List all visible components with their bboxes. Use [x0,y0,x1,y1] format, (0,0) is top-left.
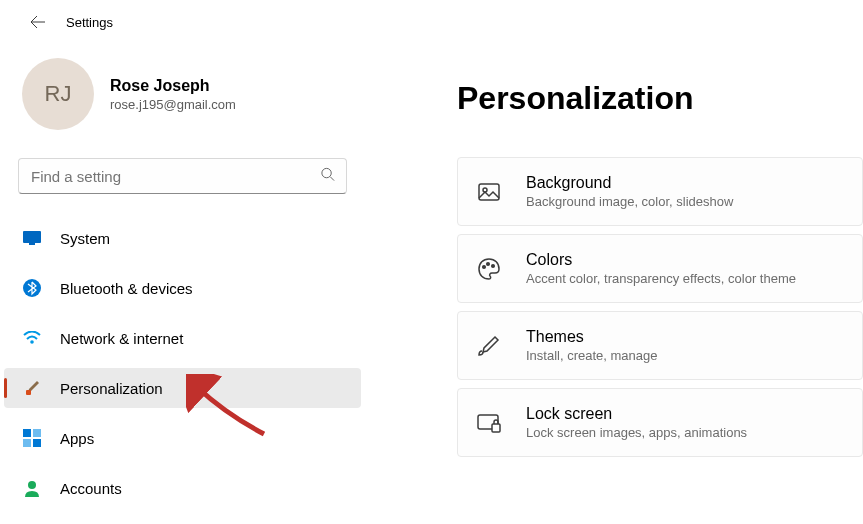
card-desc: Background image, color, slideshow [526,194,733,209]
svg-rect-5 [26,390,31,395]
wifi-icon [22,328,42,348]
sidebar-item-label: Personalization [60,380,163,397]
brush-icon [476,333,502,359]
search-icon [320,167,335,186]
lock-screen-icon [476,410,502,436]
svg-rect-8 [23,439,31,447]
sidebar-item-label: Accounts [60,480,122,497]
profile-block[interactable]: RJ Rose Joseph rose.j195@gmail.com [0,58,365,130]
arrow-left-icon [30,14,46,30]
card-desc: Accent color, transparency effects, colo… [526,271,796,286]
card-background[interactable]: Background Background image, color, slid… [457,157,863,226]
card-desc: Install, create, manage [526,348,658,363]
svg-point-10 [28,481,36,489]
sidebar-item-accounts[interactable]: Accounts [0,468,365,508]
svg-rect-2 [29,243,35,245]
card-body: Background Background image, color, slid… [526,174,733,209]
sidebar-item-bluetooth[interactable]: Bluetooth & devices [0,268,365,308]
nav-list: System Bluetooth & devices [0,218,365,518]
svg-rect-6 [23,429,31,437]
search-input[interactable] [18,158,347,194]
card-title: Colors [526,251,796,269]
sidebar-item-label: System [60,230,110,247]
bluetooth-icon [22,278,42,298]
svg-rect-9 [33,439,41,447]
sidebar-item-network[interactable]: Network & internet [0,318,365,358]
image-icon [476,179,502,205]
sidebar: RJ Rose Joseph rose.j195@gmail.com [0,40,365,524]
card-title: Background [526,174,733,192]
card-body: Colors Accent color, transparency effect… [526,251,796,286]
profile-email: rose.j195@gmail.com [110,97,236,112]
back-button[interactable] [28,12,48,32]
profile-name: Rose Joseph [110,77,236,95]
card-colors[interactable]: Colors Accent color, transparency effect… [457,234,863,303]
svg-rect-17 [492,424,500,432]
sidebar-item-personalization[interactable]: Personalization [4,368,361,408]
card-themes[interactable]: Themes Install, create, manage [457,311,863,380]
page-title: Personalization [457,80,863,117]
app-title: Settings [66,15,113,30]
avatar: RJ [22,58,94,130]
svg-point-0 [322,168,331,177]
svg-point-14 [487,262,490,265]
card-body: Themes Install, create, manage [526,328,658,363]
sidebar-item-apps[interactable]: Apps [0,418,365,458]
card-lockscreen[interactable]: Lock screen Lock screen images, apps, an… [457,388,863,457]
search-box [18,158,347,194]
sidebar-item-system[interactable]: System [0,218,365,258]
display-icon [22,228,42,248]
profile-text: Rose Joseph rose.j195@gmail.com [110,77,236,112]
settings-card-list: Background Background image, color, slid… [457,157,863,457]
paintbrush-icon [22,378,42,398]
content-area: Personalization Background Background im… [365,40,863,524]
card-desc: Lock screen images, apps, animations [526,425,747,440]
svg-rect-11 [479,184,499,200]
svg-point-15 [492,264,495,267]
svg-rect-7 [33,429,41,437]
sidebar-item-label: Bluetooth & devices [60,280,193,297]
apps-icon [22,428,42,448]
card-body: Lock screen Lock screen images, apps, an… [526,405,747,440]
svg-rect-1 [23,231,41,243]
card-title: Themes [526,328,658,346]
svg-point-4 [30,340,34,344]
sidebar-item-label: Network & internet [60,330,183,347]
sidebar-item-label: Apps [60,430,94,447]
palette-icon [476,256,502,282]
person-icon [22,478,42,498]
card-title: Lock screen [526,405,747,423]
top-bar: Settings [0,0,863,40]
main-layout: RJ Rose Joseph rose.j195@gmail.com [0,40,863,524]
svg-point-13 [483,265,486,268]
